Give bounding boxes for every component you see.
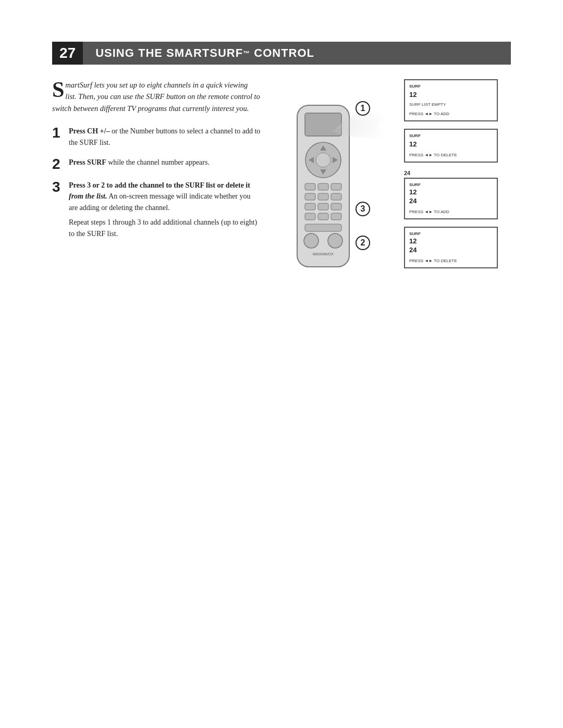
panel-2-action: PRESS ◄► TO DELETE [409, 152, 493, 158]
step-3-bold-italic: from the list. [69, 192, 107, 200]
step-3-content: Press 3 or 2 to add the channel to the S… [69, 180, 261, 242]
step-2-bold: Press SURF [69, 158, 106, 166]
svg-rect-16 [331, 203, 341, 210]
svg-point-3 [316, 153, 331, 167]
panel-2-label: SURF [409, 133, 493, 139]
step-1-number: 1 [52, 126, 64, 140]
panel-1-label: SURF [409, 83, 493, 90]
panels-column: SURF 12 SURF LIST EMPTY PRESS ◄► TO ADD … [404, 79, 506, 268]
panel-1-status: SURF LIST EMPTY [409, 102, 493, 108]
step-3-number: 3 [52, 180, 64, 194]
panel-3-label: SURF [409, 182, 493, 188]
svg-rect-14 [305, 203, 315, 210]
panel-1: SURF 12 SURF LIST EMPTY PRESS ◄► TO ADD [404, 79, 498, 121]
panel-4-label: SURF [409, 231, 493, 237]
svg-rect-13 [331, 193, 341, 200]
page-title: Using the SmartSurf™ Control [83, 42, 511, 65]
svg-point-22 [328, 233, 342, 248]
intro-paragraph: SmartSurf lets you set up to eight chann… [52, 79, 261, 114]
step-2: 2 Press SURF while the channel number ap… [52, 157, 261, 171]
panel-3-channels: 1224 [409, 188, 493, 206]
panel-4: SURF 1224 PRESS ◄► TO DELETE [404, 227, 498, 268]
intro-text: martSurf lets you set up to eight channe… [52, 81, 260, 113]
drop-cap: S [52, 81, 64, 99]
step-1-bold: Press CH +/– [69, 127, 110, 135]
svg-rect-12 [318, 193, 328, 200]
diagram-wrapper: MAGNAVOX 1 [271, 79, 511, 381]
steps-list: 1 Press CH +/– or the Number buttons to … [52, 126, 261, 242]
step-3-para1: Press 3 or 2 to add the channel to the S… [69, 180, 261, 214]
panel-3-top-label: 24 [404, 170, 506, 176]
panel-2: SURF 12 PRESS ◄► TO DELETE [404, 129, 498, 163]
panel-3-wrapper: 24 SURF 1224 PRESS ◄► TO ADD [404, 170, 506, 219]
step-1-content: Press CH +/– or the Number buttons to se… [69, 126, 261, 148]
remote-area: MAGNAVOX 1 [282, 100, 365, 288]
svg-point-21 [304, 233, 319, 248]
panel-4-channels: 1224 [409, 237, 493, 255]
step-3-para2: Repeat steps 1 through 3 to add addition… [69, 217, 261, 239]
title-tm: ™ [243, 50, 250, 57]
step-2-text: while the channel number appears. [106, 158, 210, 166]
panel-1-channel: 12 [409, 90, 493, 100]
badge-1: 1 [356, 101, 370, 116]
right-column: MAGNAVOX 1 [271, 79, 511, 381]
svg-rect-15 [318, 203, 328, 210]
panel-3: SURF 1224 PRESS ◄► TO ADD [404, 178, 498, 219]
svg-rect-1 [305, 113, 341, 136]
left-column: SmartSurf lets you set up to eight chann… [52, 79, 271, 381]
panel-4-action: PRESS ◄► TO DELETE [409, 258, 493, 264]
svg-rect-8 [305, 183, 315, 190]
svg-text:MAGNAVOX: MAGNAVOX [313, 252, 334, 256]
svg-rect-10 [331, 183, 341, 190]
badge-3: 3 [356, 202, 370, 216]
page: 27 Using the SmartSurf™ Control SmartSur… [0, 0, 563, 728]
svg-rect-20 [305, 224, 341, 231]
svg-rect-11 [305, 193, 315, 200]
svg-rect-9 [318, 183, 328, 190]
page-number: 27 [52, 42, 83, 65]
title-control: Control [250, 46, 314, 60]
title-surf-styled: Surf [210, 46, 243, 60]
badge-2: 2 [356, 236, 370, 250]
svg-rect-18 [318, 213, 328, 220]
title-using: Using the Smart [95, 46, 210, 60]
panel-3-action: PRESS ◄► TO ADD [409, 209, 493, 215]
step-1: 1 Press CH +/– or the Number buttons to … [52, 126, 261, 148]
step-3-bold: Press 3 or 2 to add the channel to the S… [69, 181, 250, 189]
step-2-number: 2 [52, 157, 64, 171]
panel-2-channel: 12 [409, 139, 493, 150]
svg-rect-17 [305, 213, 315, 220]
content-area: SmartSurf lets you set up to eight chann… [52, 79, 511, 381]
panel-1-action: PRESS ◄► TO ADD [409, 111, 493, 117]
step-2-content: Press SURF while the channel number appe… [69, 157, 210, 168]
svg-rect-19 [331, 213, 341, 220]
remote-svg: MAGNAVOX [282, 100, 365, 288]
step-3: 3 Press 3 or 2 to add the channel to the… [52, 180, 261, 242]
title-bar: 27 Using the SmartSurf™ Control [52, 42, 511, 65]
